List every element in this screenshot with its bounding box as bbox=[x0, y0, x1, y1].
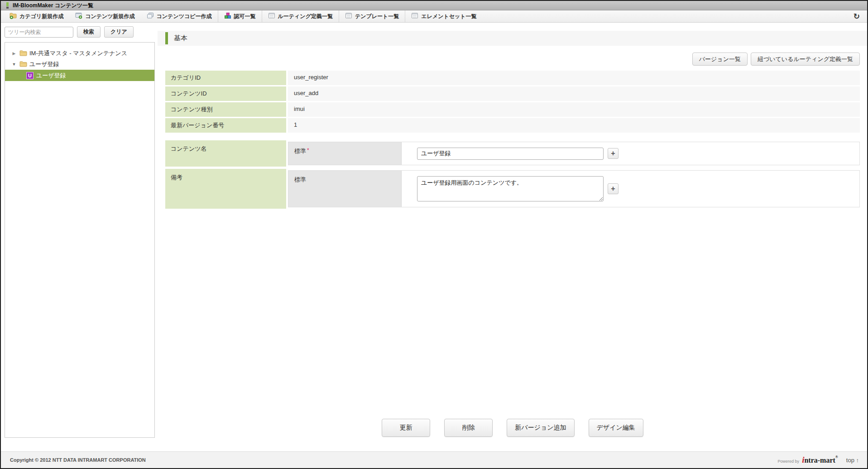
version-list-button[interactable]: バージョン一覧 bbox=[692, 53, 748, 66]
table-row: コンテンツ種別 imui bbox=[165, 102, 860, 117]
table-row: コンテンツID user_add bbox=[165, 86, 860, 101]
tree-search-row: 検索 クリア bbox=[5, 26, 155, 38]
latest-version-value: 1 bbox=[288, 118, 860, 133]
add-version-button[interactable]: 新バージョン追加 bbox=[507, 419, 574, 437]
table-row: 最新バージョン番号 1 bbox=[165, 118, 860, 133]
tree-item-user-register-content[interactable]: U ユーザ登録 bbox=[5, 70, 154, 81]
list-icon bbox=[411, 12, 418, 20]
content-name-label: コンテンツ名 bbox=[165, 140, 286, 167]
content-area: 検索 クリア ▶ IM-共通マスタ - マスタメンテナンス ▼ ユーザ登録 U … bbox=[1, 23, 867, 451]
titlebar: IM-BloomMaker コンテンツ一覧 bbox=[1, 1, 867, 10]
powered-by: Powered by intra-mart® bbox=[778, 455, 838, 465]
toolbar-item-template-list[interactable]: テンプレート一覧 bbox=[339, 10, 405, 22]
note-textarea[interactable]: ユーザ登録用画面のコンテンツです。 bbox=[417, 176, 604, 201]
toolbar-item-create-content[interactable]: コンテンツ新規作成 bbox=[69, 10, 140, 22]
locale-label-text: 標準 bbox=[294, 176, 306, 183]
logo-registered-mark: ® bbox=[835, 455, 838, 459]
section-accent-bar bbox=[165, 32, 168, 44]
logo-rest: ntra-mart bbox=[804, 456, 835, 464]
folder-icon bbox=[19, 61, 27, 68]
tree-item-label: ユーザ登録 bbox=[36, 72, 66, 80]
list-icon bbox=[345, 12, 352, 20]
main-panel: 基本 バージョン一覧 紐づいているルーティング定義一覧 カテゴリID user_… bbox=[158, 23, 867, 451]
table-row: カテゴリID user_register bbox=[165, 71, 860, 85]
search-button[interactable]: 検索 bbox=[77, 26, 101, 38]
editable-table: コンテンツ名 標準* + 備考 bbox=[165, 140, 860, 211]
top-link[interactable]: top ↑ bbox=[846, 457, 859, 464]
content-name-input[interactable] bbox=[417, 148, 604, 160]
intramart-logo: intra-mart® bbox=[802, 455, 838, 465]
toolbar-item-label: エレメントセット一覧 bbox=[421, 13, 476, 20]
tree-item-user-register-category[interactable]: ▼ ユーザ登録 bbox=[5, 59, 154, 70]
powered-by-label: Powered by bbox=[778, 459, 800, 464]
locale-label-text: 標準 bbox=[294, 148, 306, 154]
app-icon bbox=[6, 2, 9, 9]
add-locale-button[interactable]: + bbox=[608, 148, 619, 159]
main-inner: バージョン一覧 紐づいているルーティング定義一覧 カテゴリID user_reg… bbox=[158, 46, 867, 451]
expanded-arrow-icon[interactable]: ▼ bbox=[11, 62, 17, 67]
add-note-locale-button[interactable]: + bbox=[608, 183, 619, 194]
note-label: 備考 bbox=[165, 169, 286, 209]
toolbar-item-auth-list[interactable]: 認可一覧 bbox=[218, 10, 262, 22]
category-id-value: user_register bbox=[288, 71, 860, 85]
tree-item-master-maintenance[interactable]: ▶ IM-共通マスタ - マスタメンテナンス bbox=[5, 48, 154, 59]
sidebar: 検索 クリア ▶ IM-共通マスタ - マスタメンテナンス ▼ ユーザ登録 U … bbox=[1, 23, 158, 451]
folder-icon bbox=[19, 50, 27, 57]
document-plus-icon bbox=[75, 12, 82, 20]
note-box: 標準 ユーザ登録用画面のコンテンツです。 + bbox=[288, 170, 860, 207]
footer: Copyright © 2012 NTT DATA INTRAMART CORP… bbox=[1, 451, 867, 468]
toolbar-item-copy-content[interactable]: コンテンツコピー作成 bbox=[141, 10, 218, 22]
locale-standard-label: 標準 bbox=[288, 171, 402, 207]
blocks-icon bbox=[224, 12, 231, 20]
toolbar: カテゴリ新規作成 コンテンツ新規作成 コンテンツコピー作成 認可一覧 ルーティン… bbox=[1, 10, 867, 23]
linked-routing-list-button[interactable]: 紐づいているルーティング定義一覧 bbox=[751, 53, 860, 66]
copy-icon bbox=[147, 12, 154, 20]
collapsed-arrow-icon[interactable]: ▶ bbox=[11, 51, 17, 56]
page-title: IM-BloomMaker コンテンツ一覧 bbox=[13, 2, 93, 10]
note-row: 備考 標準 ユーザ登録用画面のコンテンツです。 + bbox=[165, 169, 860, 209]
tree-item-label: ユーザ登録 bbox=[29, 60, 59, 68]
toolbar-item-label: カテゴリ新規作成 bbox=[19, 13, 63, 20]
toolbar-item-label: テンプレート一覧 bbox=[355, 13, 399, 20]
copyright-text: Copyright © 2012 NTT DATA INTRAMART CORP… bbox=[10, 457, 146, 463]
locale-standard-label: 標準* bbox=[288, 142, 402, 165]
list-icon bbox=[268, 12, 275, 20]
toolbar-item-routing-list[interactable]: ルーティング定義一覧 bbox=[262, 10, 339, 22]
top-actions: バージョン一覧 紐づいているルーティング定義一覧 bbox=[165, 53, 860, 66]
tree-search-input[interactable] bbox=[5, 27, 73, 38]
section-header: 基本 bbox=[158, 31, 867, 46]
category-id-label: カテゴリID bbox=[165, 71, 286, 85]
bottom-actions: 更新 削除 新バージョン追加 デザイン編集 bbox=[165, 419, 860, 437]
section-title: 基本 bbox=[174, 34, 187, 43]
refresh-button[interactable]: ↻ bbox=[854, 13, 860, 20]
update-button[interactable]: 更新 bbox=[382, 419, 430, 437]
content-id-label: コンテンツID bbox=[165, 86, 286, 101]
footer-right: Powered by intra-mart® top ↑ bbox=[778, 455, 859, 465]
latest-version-label: 最新バージョン番号 bbox=[165, 118, 286, 133]
note-value-cell: ユーザ登録用画面のコンテンツです。 + bbox=[402, 171, 859, 207]
clear-button[interactable]: クリア bbox=[104, 26, 134, 38]
required-asterisk: * bbox=[307, 147, 309, 153]
refresh-icon: ↻ bbox=[854, 12, 860, 21]
content-type-value: imui bbox=[288, 102, 860, 117]
toolbar-item-label: コンテンツ新規作成 bbox=[85, 13, 134, 20]
app-window: IM-BloomMaker コンテンツ一覧 カテゴリ新規作成 コンテンツ新規作成… bbox=[0, 0, 868, 469]
toolbar-item-label: コンテンツコピー作成 bbox=[157, 13, 212, 20]
toolbar-item-label: 認可一覧 bbox=[234, 13, 256, 20]
content-name-row: コンテンツ名 標準* + bbox=[165, 140, 860, 167]
content-name-box: 標準* + bbox=[288, 142, 860, 165]
tree-panel: ▶ IM-共通マスタ - マスタメンテナンス ▼ ユーザ登録 U ユーザ登録 bbox=[5, 42, 155, 438]
toolbar-item-elementset-list[interactable]: エレメントセット一覧 bbox=[405, 10, 482, 22]
folder-plus-icon bbox=[10, 12, 17, 20]
tree-item-label: IM-共通マスタ - マスタメンテナンス bbox=[29, 49, 127, 57]
content-name-value-cell: + bbox=[402, 142, 859, 165]
content-type-badge: U bbox=[26, 72, 34, 79]
design-edit-button[interactable]: デザイン編集 bbox=[589, 419, 643, 437]
delete-button[interactable]: 削除 bbox=[444, 419, 493, 437]
toolbar-item-create-category[interactable]: カテゴリ新規作成 bbox=[4, 10, 69, 22]
toolbar-item-label: ルーティング定義一覧 bbox=[278, 13, 333, 20]
info-table: カテゴリID user_register コンテンツID user_add コン… bbox=[165, 71, 860, 134]
content-id-value: user_add bbox=[288, 86, 860, 101]
content-type-label: コンテンツ種別 bbox=[165, 102, 286, 117]
